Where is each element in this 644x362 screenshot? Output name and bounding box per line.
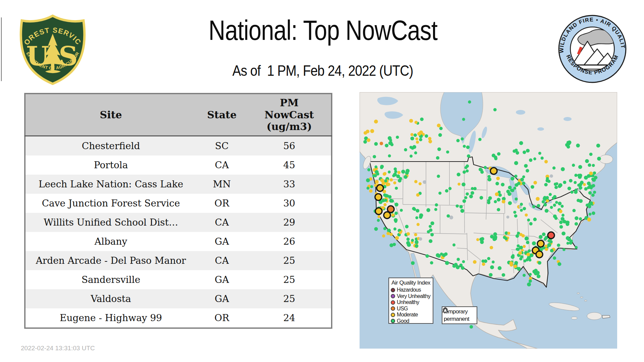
monitor-dot xyxy=(503,236,506,239)
monitor-dot xyxy=(517,267,521,271)
monitor-dot xyxy=(464,196,467,199)
monitor-dot xyxy=(413,208,416,211)
monitor-dot xyxy=(419,214,423,218)
monitor-dot xyxy=(466,192,469,196)
monitor-dot xyxy=(508,201,512,205)
monitor-dot xyxy=(495,182,499,185)
monitor-dot xyxy=(388,155,391,158)
monitor-dot xyxy=(554,183,557,186)
monitor-dot xyxy=(480,196,483,200)
monitor-dot xyxy=(383,203,386,206)
monitor-dot xyxy=(533,218,537,221)
monitor-dot xyxy=(367,187,370,190)
monitor-dot xyxy=(597,157,601,161)
monitor-dot xyxy=(457,173,461,176)
monitor-dot xyxy=(394,168,397,171)
monitor-dot xyxy=(527,283,531,287)
monitor-dot xyxy=(559,221,562,224)
aqi-legend-label: Moderate xyxy=(397,312,418,318)
top-site-marker xyxy=(548,232,554,239)
monitor-dot xyxy=(592,164,595,167)
monitor-dot xyxy=(532,269,536,274)
monitor-dot xyxy=(575,216,578,220)
monitor-dot xyxy=(380,166,383,169)
monitor-dot xyxy=(529,159,532,162)
monitor-dot xyxy=(407,238,410,241)
monitor-dot xyxy=(507,192,512,196)
monitor-dot xyxy=(380,142,383,145)
monitor-dot xyxy=(502,200,505,203)
monitor-dot xyxy=(532,241,536,245)
monitor-dot xyxy=(553,215,557,218)
monitor-dot xyxy=(415,137,418,140)
monitor-dot xyxy=(522,182,525,185)
monitor-dot xyxy=(393,181,396,184)
monitor-dot xyxy=(565,221,569,224)
monitor-dot xyxy=(541,157,544,160)
table-row: ChesterfieldSC56 xyxy=(25,136,332,156)
monitor-dot xyxy=(513,211,516,214)
monitor-dot xyxy=(550,249,553,252)
forest-service-logo: FOREST SERVICE DEPARTMENT OF AGRICULTURE… xyxy=(19,14,87,85)
cell-value: 29 xyxy=(248,213,332,232)
monitor-dot xyxy=(430,261,433,264)
cell-value: 30 xyxy=(248,194,332,213)
monitor-dot xyxy=(511,255,515,259)
monitor-dot xyxy=(397,171,400,174)
monitor-dot xyxy=(497,198,500,201)
table-row: Eugene - Highway 99OR24 xyxy=(25,308,332,328)
monitor-dot xyxy=(515,197,518,200)
monitor-dot xyxy=(574,181,577,184)
monitor-dot xyxy=(545,209,549,213)
monitor-dot xyxy=(363,140,367,144)
cell-value: 45 xyxy=(248,156,332,175)
report-page: FOREST SERVICE DEPARTMENT OF AGRICULTURE… xyxy=(0,0,644,362)
monitor-dot xyxy=(395,236,399,240)
cell-state: GA xyxy=(196,289,247,308)
monitor-dot xyxy=(533,158,536,161)
monitor-dot xyxy=(394,212,398,215)
monitor-dot xyxy=(382,234,385,237)
monitor-dot xyxy=(426,208,430,212)
monitor-dot xyxy=(497,152,500,156)
aqi-color-dot xyxy=(391,294,395,298)
monitor-dot xyxy=(542,200,545,203)
monitor-dot xyxy=(526,241,529,244)
monitor-dot xyxy=(497,208,500,211)
table-row: SandersvilleGA25 xyxy=(25,270,332,289)
monitor-dot xyxy=(596,144,600,148)
monitor-dot xyxy=(532,205,535,208)
monitor-dot xyxy=(420,117,424,121)
monitor-dot xyxy=(490,235,494,238)
monitor-dot xyxy=(518,251,522,255)
monitor-dot xyxy=(400,209,403,212)
cell-site: Eugene - Highway 99 xyxy=(25,308,197,328)
monitor-dot xyxy=(405,225,409,229)
aqi-color-dot xyxy=(391,313,395,317)
aqi-color-dot xyxy=(391,300,395,305)
cell-site: Willits Unified School Dist… xyxy=(25,213,197,232)
monitor-dot xyxy=(425,134,428,138)
cell-value: 25 xyxy=(248,270,332,289)
monitor-dot xyxy=(525,214,528,217)
monitor-dot xyxy=(494,200,497,203)
monitor-dot xyxy=(462,183,466,187)
monitor-dot xyxy=(561,232,566,236)
monitor-dot xyxy=(390,178,393,182)
monitor-dot xyxy=(570,191,573,194)
table-row: AlbanyGA26 xyxy=(25,232,332,251)
monitor-dot xyxy=(416,140,419,143)
monitor-dot xyxy=(449,216,453,220)
monitor-dot xyxy=(428,140,432,143)
monitor-dot xyxy=(517,232,520,235)
monitor-dot xyxy=(527,253,530,256)
aqi-legend-item: Good xyxy=(391,318,431,324)
aqi-legend-item: Hazardous xyxy=(391,287,431,293)
cell-site: Albany xyxy=(25,232,197,251)
monitor-dot xyxy=(426,254,429,258)
monitor-dot xyxy=(572,164,575,167)
monitor-dot xyxy=(507,232,511,235)
table-row: Leech Lake Nation: Cass LakeMN33 xyxy=(25,175,332,194)
monitor-dot xyxy=(390,199,394,203)
monitor-dot xyxy=(419,237,422,241)
